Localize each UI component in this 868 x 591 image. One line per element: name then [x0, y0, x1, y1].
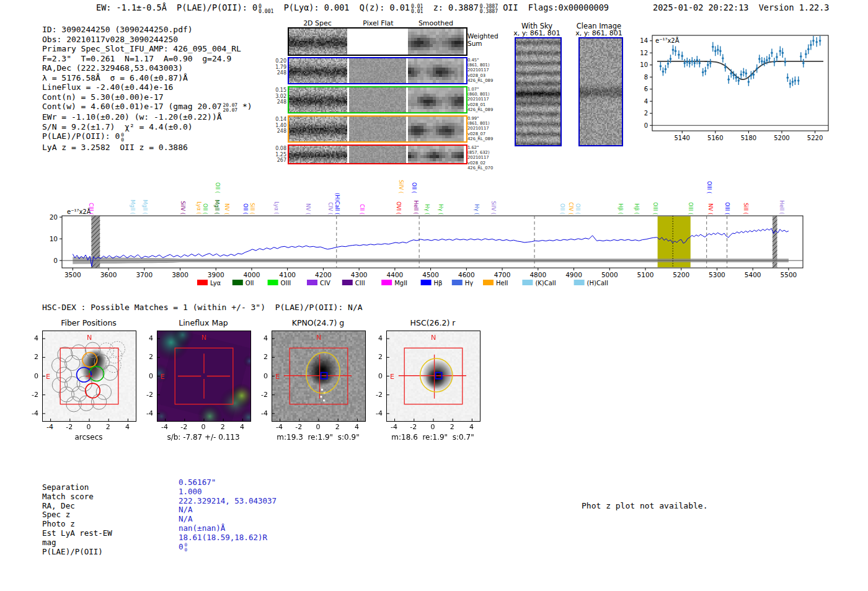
- spectrum-ylabel: e⁻¹⁷x2Å: [67, 208, 91, 215]
- line-id-label: OII (: [559, 203, 565, 215]
- match-row-label: Spec z: [42, 510, 70, 520]
- inset-ytick-label: 4: [644, 98, 648, 105]
- inset-data-point: [719, 50, 722, 53]
- match-row-label: Est LyA rest-EW: [42, 529, 112, 538]
- cutout-xtick-label: -2: [178, 423, 190, 431]
- cutout-ytick-label: -4: [141, 409, 153, 417]
- line-id-label: NV (: [305, 203, 311, 215]
- cutout-title: KPNO(24.7) g: [259, 318, 377, 327]
- spec2d-column-header: Smoothed: [405, 19, 467, 27]
- text-segment: LineFlux = -2.40(±0.44)e-16: [42, 82, 173, 92]
- line-id-label: Hβ (: [618, 203, 624, 215]
- line-id-label: OIII (: [724, 202, 730, 215]
- stack-bottom: 0.3887: [480, 9, 498, 14]
- cutout-xtick-label: 2: [102, 423, 114, 431]
- pixelflat-image: [349, 146, 406, 163]
- inset-data-point: [789, 82, 792, 85]
- cutout-ytick-label: -2: [26, 391, 38, 399]
- fiber-annotation: 0.99" (861, 801) 20210117 v028_07 426_RL…: [467, 116, 493, 141]
- spectrum-ytick-label: 0: [53, 257, 58, 264]
- text-segment: OII Flags:0x00000009: [498, 2, 609, 12]
- match-row-label: P(LAE)/P(OII): [42, 548, 103, 557]
- cutout-xtick-label: -4: [44, 423, 56, 431]
- match-row-label: Separation: [42, 483, 89, 492]
- spec2d-column-header: Pixel Flat: [347, 19, 409, 27]
- spec2d-image: [289, 58, 347, 83]
- sky-panel-coords: x, y: 861, 801: [562, 29, 636, 37]
- inset-data-point: [714, 50, 717, 53]
- text-segment: 0.56167": [179, 478, 216, 487]
- smoothed-image: [408, 29, 464, 55]
- inset-ylabel: e⁻¹⁷x2Å: [655, 37, 680, 44]
- spec2d-image: [289, 146, 347, 163]
- inset-data-point: [738, 79, 740, 82]
- match-row-value: nan(±nan)Å: [179, 524, 225, 533]
- inset-data-point: [694, 62, 696, 64]
- text-segment: EWr = -1.10(±0.20) (w: -1.20(±0.22))Å: [42, 112, 222, 122]
- inset-data-point: [756, 68, 758, 70]
- legend-label: MgII: [394, 280, 407, 287]
- inset-data-point: [815, 41, 818, 43]
- text-segment: 1.000: [179, 487, 202, 496]
- inset-data-point: [810, 44, 812, 47]
- spectrum-xtick-label: 4900: [565, 271, 582, 278]
- inset-ytick-label: 0: [644, 122, 648, 129]
- legend-label: CIII: [355, 280, 365, 287]
- text-segment: 18.61(18.59,18.62)R: [179, 533, 267, 542]
- inset-data-point: [807, 48, 810, 51]
- line-id-label: MgII (: [142, 200, 148, 215]
- cutout-image-lineflux: [157, 331, 251, 422]
- line-id-label: OII (: [242, 203, 249, 215]
- cutout-ytick-label: 4: [255, 334, 268, 342]
- line-id-label: Hβ (: [634, 203, 640, 215]
- inset-data-point: [672, 49, 675, 51]
- cutout-title: HSC(26.2) r: [374, 318, 492, 327]
- legend-label: (H)CaII: [587, 280, 608, 287]
- cutout-xtick-label: 0: [197, 423, 210, 431]
- legend-label: CIV: [320, 280, 330, 287]
- spectrum-xtick-label: 4400: [387, 271, 404, 278]
- stacked-value: 20.0720.07: [223, 103, 237, 113]
- line-id-label: Lyα (: [196, 202, 202, 215]
- match-row-label: Photo z: [42, 520, 75, 529]
- inset-data-point: [667, 63, 670, 65]
- inset-xtick-label: 5200: [774, 135, 789, 141]
- inset-xtick-label: 5220: [807, 135, 823, 141]
- spectrum-xtick-label: 5200: [673, 271, 689, 278]
- cutout-xtick-label: 0: [427, 423, 439, 431]
- text-segment: Cont(w) = 4.60(±0.01)e-17 (gmag 20.07: [42, 102, 222, 111]
- inset-data-point: [761, 60, 763, 63]
- stack-bottom: 20.07: [223, 108, 237, 113]
- cutout-image-fiber: [42, 331, 136, 422]
- legend-label: (K)CaII: [535, 280, 556, 287]
- text-segment: z: 0.3887: [423, 2, 478, 12]
- inset-data-point: [709, 62, 712, 64]
- legend-swatch: [522, 280, 533, 285]
- cutout-ytick-label: 2: [370, 353, 383, 361]
- inset-data-point: [691, 60, 694, 63]
- cutout-xtick-label: 0: [82, 423, 95, 431]
- text-segment: LyA z = 3.2582 OII z = 0.3886: [42, 143, 188, 152]
- line-id-label: HeII (: [779, 200, 785, 215]
- spec2d-image: [289, 29, 347, 55]
- line-id-label: HeII (: [413, 200, 419, 215]
- cutout-ytick-label: 2: [141, 353, 153, 361]
- spec2d-image: [289, 87, 347, 112]
- spectrum-xtick-label: 4600: [458, 271, 475, 278]
- inset-data-point: [724, 66, 727, 69]
- spectrum-xtick-label: 3500: [64, 271, 81, 278]
- cutout-ytick-label: -4: [370, 409, 383, 417]
- legend-swatch: [483, 280, 494, 285]
- legend-swatch: [342, 280, 353, 285]
- inset-ytick-label: 12: [640, 50, 648, 56]
- cutout-title: Fiber Positions: [30, 318, 148, 327]
- inset-data-point: [681, 55, 683, 57]
- inset-data-point: [792, 81, 794, 83]
- legend-swatch: [307, 280, 317, 285]
- cutout-xtick-label: 4: [465, 423, 477, 431]
- spectrum-xtick-label: 4000: [244, 271, 260, 278]
- text-segment: λ = 5176.58Å σ = 6.40(±0.87)Å: [42, 73, 188, 82]
- inset-data-point: [743, 71, 745, 74]
- fiber-weight-labels: 0.15 3.02 248: [264, 87, 286, 105]
- info-line: LineFlux = -2.40(±0.44)e-16: [42, 82, 252, 92]
